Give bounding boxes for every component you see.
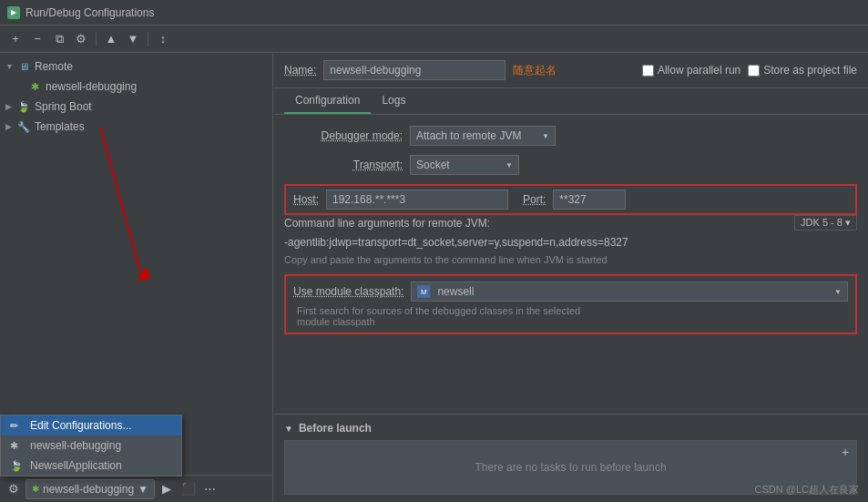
- host-port-row: Host: Port:: [284, 184, 857, 215]
- debugger-mode-label: Debugger mode:: [284, 129, 403, 142]
- module-label: Use module classpath:: [293, 285, 403, 298]
- transport-row: Transport: Socket ▼: [284, 155, 857, 175]
- name-input[interactable]: [323, 60, 505, 80]
- right-panel: Name: 随意起名 Allow parallel run Store as p…: [273, 53, 868, 502]
- newsell-debugging-label: newsell-debugging: [46, 80, 137, 93]
- transport-arrow: ▼: [505, 161, 513, 169]
- host-label: Host:: [293, 193, 319, 206]
- tree-group-remote[interactable]: ▼ 🖥 Remote: [0, 56, 272, 77]
- title-bar: ▶ Run/Debug Configurations: [0, 0, 868, 26]
- cmd-header: Command line arguments for remote JVM: J…: [284, 215, 857, 231]
- tab-configuration-label: Configuration: [295, 94, 360, 107]
- settings-button[interactable]: ⚙: [71, 29, 91, 49]
- templates-icon: 🔧: [16, 119, 31, 134]
- remote-group-label: Remote: [35, 60, 73, 73]
- tab-logs[interactable]: Logs: [371, 88, 416, 114]
- cmd-hint: Copy and paste the arguments to the comm…: [284, 254, 857, 265]
- name-label: Name:: [284, 64, 316, 77]
- before-launch-header: ▼ Before launch: [284, 422, 857, 435]
- store-project-checkbox[interactable]: [748, 65, 760, 77]
- transport-label: Transport:: [284, 159, 403, 171]
- cmd-value: -agentlib:jdwp=transport=dt_socket,serve…: [284, 234, 857, 251]
- title-bar-text: Run/Debug Configurations: [26, 6, 154, 19]
- dropdown-config-value: newsell-debugging: [43, 483, 134, 496]
- name-hint: 随意起名: [513, 63, 557, 78]
- debugger-mode-combo[interactable]: Attach to remote JVM ▼: [410, 126, 556, 146]
- tree-group-spring-boot[interactable]: ▶ 🍃 Spring Boot: [0, 97, 272, 117]
- config-tree: ▼ 🖥 Remote ✱ newsell-debugging ▶ 🍃 Sprin…: [0, 53, 272, 475]
- move-up-button[interactable]: ▲: [101, 29, 121, 49]
- store-project-label: Store as project file: [763, 64, 857, 77]
- remote-collapse-arrow: ▼: [5, 62, 16, 71]
- left-bottom-toolbar: ⚙ ✱ newsell-debugging ▼ ▶ ⬛ ⋯: [0, 475, 272, 502]
- port-label: Port:: [523, 193, 546, 206]
- config-area: Debugger mode: Attach to remote JVM ▼ Tr…: [273, 115, 868, 414]
- spring-boot-arrow: ▶: [5, 102, 16, 111]
- module-combo[interactable]: M newsell ▼: [411, 282, 848, 302]
- module-row: Use module classpath: M newsell ▼: [293, 282, 848, 302]
- bottom-run-button[interactable]: ▶: [157, 479, 177, 499]
- toolbar-separator-1: [96, 32, 97, 46]
- tree-item-newsell-debugging[interactable]: ✱ newsell-debugging: [0, 77, 272, 97]
- remote-group-icon: 🖥: [16, 59, 31, 74]
- main-toolbar: + − ⧉ ⚙ ▲ ▼ ↕: [0, 26, 868, 53]
- move-down-button[interactable]: ▼: [123, 29, 143, 49]
- tree-group-templates[interactable]: ▶ 🔧 Templates: [0, 117, 272, 137]
- templates-label: Templates: [35, 120, 85, 133]
- dropdown-item-edit-label: Edit Configurations...: [30, 419, 131, 432]
- cmd-label: Command line arguments for remote JVM:: [284, 217, 490, 230]
- newsell-debug-icon: ✱: [10, 440, 25, 452]
- transport-value: Socket: [416, 159, 450, 171]
- title-bar-icon: ▶: [7, 6, 20, 19]
- config-dropdown-menu[interactable]: ✏ Edit Configurations... ✱ newsell-debug…: [0, 415, 182, 476]
- spring-boot-label: Spring Boot: [35, 100, 92, 113]
- bottom-debug-button[interactable]: ⬛: [179, 479, 199, 499]
- bottom-config-button[interactable]: ⚙: [4, 479, 24, 499]
- dropdown-item-newsell-debugging[interactable]: ✱ newsell-debugging: [1, 435, 181, 456]
- dropdown-config-arrow: ▼: [138, 483, 148, 496]
- module-section: Use module classpath: M newsell ▼ First …: [284, 274, 857, 334]
- store-project-checkbox-group: Store as project file: [748, 64, 857, 77]
- newsell-app-icon: 🍃: [10, 460, 25, 472]
- before-launch-hint: There are no tasks to run before launch: [475, 461, 666, 474]
- module-combo-arrow: ▼: [834, 288, 842, 296]
- edit-icon: ✏: [10, 420, 25, 432]
- move-button[interactable]: ↕: [153, 29, 173, 49]
- host-input[interactable]: [326, 190, 508, 210]
- port-input[interactable]: [553, 190, 626, 210]
- name-row: Name: 随意起名 Allow parallel run Store as p…: [273, 53, 868, 88]
- before-launch-add-button[interactable]: +: [838, 445, 853, 459]
- main-content: ▼ 🖥 Remote ✱ newsell-debugging ▶ 🍃 Sprin…: [0, 53, 868, 502]
- toolbar-separator-2: [148, 32, 148, 46]
- dropdown-item-newsell-label: newsell-debugging: [30, 439, 121, 452]
- dropdown-item-newsell-app-label: NewsellApplication: [30, 459, 122, 472]
- newsell-debugging-icon: ✱: [27, 79, 42, 94]
- bottom-more-button[interactable]: ⋯: [200, 479, 220, 499]
- left-panel: ▼ 🖥 Remote ✱ newsell-debugging ▶ 🍃 Sprin…: [0, 53, 273, 502]
- spring-boot-icon: 🍃: [16, 99, 31, 114]
- dropdown-item-edit-configurations[interactable]: ✏ Edit Configurations...: [1, 415, 181, 435]
- debugger-mode-row: Debugger mode: Attach to remote JVM ▼: [284, 126, 857, 146]
- add-config-button[interactable]: +: [5, 29, 26, 49]
- templates-arrow: ▶: [5, 122, 16, 131]
- copy-config-button[interactable]: ⧉: [49, 29, 69, 49]
- module-value: newsell: [437, 285, 474, 298]
- debugger-mode-value: Attach to remote JVM: [416, 129, 521, 142]
- cmd-section: Command line arguments for remote JVM: J…: [284, 215, 857, 265]
- tabs-bar: Configuration Logs: [273, 88, 868, 115]
- debugger-mode-arrow: ▼: [542, 132, 549, 140]
- left-bottom-area: ✏ Edit Configurations... ✱ newsell-debug…: [0, 475, 272, 502]
- tab-configuration[interactable]: Configuration: [284, 88, 371, 114]
- module-icon: M: [417, 285, 430, 298]
- remove-config-button[interactable]: −: [27, 29, 47, 49]
- tab-logs-label: Logs: [382, 94, 405, 107]
- jdk-badge[interactable]: JDK 5 - 8 ▾: [794, 215, 857, 231]
- before-launch-title: Before launch: [299, 422, 372, 435]
- config-selector-dropdown[interactable]: ✱ newsell-debugging ▼: [26, 479, 155, 499]
- allow-parallel-checkbox-group: Allow parallel run: [642, 64, 740, 77]
- allow-parallel-label: Allow parallel run: [658, 64, 740, 77]
- dropdown-item-newsell-application[interactable]: 🍃 NewsellApplication: [1, 456, 181, 476]
- before-launch-collapse-arrow[interactable]: ▼: [284, 424, 293, 434]
- transport-combo[interactable]: Socket ▼: [410, 155, 519, 175]
- allow-parallel-checkbox[interactable]: [642, 65, 654, 77]
